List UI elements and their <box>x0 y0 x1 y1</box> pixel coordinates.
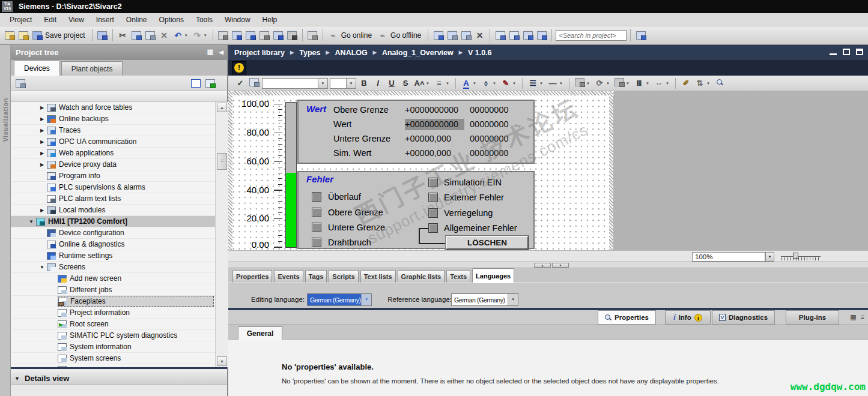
menu-window[interactable]: Window <box>219 14 256 26</box>
minimize-icon[interactable] <box>830 49 837 55</box>
wert-value2-field[interactable]: 00000000 <box>470 148 509 159</box>
save-project-icon[interactable] <box>31 29 43 41</box>
dropdown-icon[interactable]: ▼ <box>493 82 498 85</box>
expand-icon[interactable]: ▶ <box>37 139 47 145</box>
menu-help[interactable]: Help <box>256 14 284 26</box>
format-brush-button[interactable]: ✐ <box>680 79 692 88</box>
tree-item-screens[interactable]: ▼Screens <box>11 262 215 273</box>
tree-item-watch-and-force-tables[interactable]: ▶Watch and force tables <box>11 102 215 113</box>
tree-tab-devices[interactable]: Devices <box>14 61 60 76</box>
zoom-slider[interactable] <box>781 256 821 257</box>
paste-format-icon[interactable] <box>248 78 260 88</box>
dropdown-icon[interactable]: ▼ <box>508 294 518 305</box>
wert-value2-field[interactable]: 00000000 <box>470 119 509 130</box>
strikethrough-button[interactable]: S <box>399 79 411 88</box>
breadcrumb-segment[interactable]: Project library <box>234 49 285 57</box>
font-color-button[interactable]: A <box>460 79 472 88</box>
go-online-plug-icon[interactable]: ⌁ <box>327 29 339 41</box>
checkbox--berlauf[interactable] <box>312 192 321 202</box>
breadcrumb-segment[interactable]: Types <box>299 49 320 57</box>
order-button[interactable]: ⇅ <box>694 79 706 88</box>
dropdown-icon[interactable]: ▼ <box>204 34 209 37</box>
expand-icon[interactable]: ▶ <box>37 208 47 213</box>
checkbox-obere-grenze[interactable] <box>312 208 321 217</box>
tree-item-online-diagnostics[interactable]: Online & diagnostics <box>11 239 215 250</box>
tree-item-simatic-plc-system-diagnostics[interactable]: SIMATIC PLC system diagnostics <box>11 330 215 341</box>
scroll-thumb[interactable]: ≡ <box>217 153 227 170</box>
details-view-header[interactable]: ▼ Details view <box>11 372 227 385</box>
print-icon[interactable] <box>96 29 109 41</box>
tree-item-program-info[interactable]: Program info <box>11 170 215 182</box>
scroll-down-icon[interactable]: ▼ <box>217 356 227 366</box>
tree-item-web-applications[interactable]: ▶Web applications <box>11 148 215 159</box>
breadcrumb-segment[interactable]: V 1.0.6 <box>468 49 492 57</box>
tab-text-lists[interactable]: Text lists <box>360 270 396 283</box>
list-view-icon[interactable] <box>191 79 201 88</box>
redo-icon[interactable]: ↷ <box>191 29 204 41</box>
dropdown-icon[interactable]: ▼ <box>473 82 478 85</box>
search-input[interactable] <box>556 30 627 41</box>
apply-icon[interactable]: ✓ <box>234 79 246 88</box>
scroll-up-icon[interactable]: ▲ <box>217 103 227 112</box>
wert-value-field[interactable]: +00000,000 <box>405 148 464 159</box>
dropdown-icon[interactable]: ▼ <box>559 82 565 85</box>
tab-texts[interactable]: Texts <box>446 270 470 283</box>
layer-button[interactable] <box>574 78 586 88</box>
copy-icon[interactable] <box>130 29 143 41</box>
window-x-icon[interactable] <box>535 29 548 41</box>
download-to-device-icon[interactable] <box>231 29 243 41</box>
window-split2-icon[interactable] <box>460 29 472 41</box>
dropdown-icon[interactable]: ▼ <box>539 82 545 85</box>
expand-icon[interactable]: ▶ <box>37 116 47 122</box>
wert-value2-field[interactable]: 00000000 <box>470 104 509 116</box>
tree-item-different-jobs[interactable]: Different jobs <box>11 284 215 296</box>
collapse-panel-icon[interactable]: ▥ <box>207 48 213 56</box>
vertical-split-icon[interactable] <box>508 29 520 41</box>
tree-settings-icon[interactable] <box>16 79 25 88</box>
wert-value-field[interactable]: +0000000000 <box>405 104 464 116</box>
checkbox-drahtbruch[interactable] <box>312 238 321 247</box>
tree-item-device-proxy-data[interactable]: ▶Device proxy data <box>11 159 215 170</box>
menu-edit[interactable]: Edit <box>38 14 62 26</box>
tab-events[interactable]: Events <box>274 270 303 283</box>
expand-icon[interactable]: ▶ <box>37 105 47 110</box>
tree-item-project-information[interactable]: Project information <box>11 307 215 319</box>
window-check-icon[interactable] <box>521 29 534 41</box>
tree-item-opc-ua-communication[interactable]: ▶OPC UA communication <box>11 136 215 148</box>
tree-item-online-backups[interactable]: ▶Online backups <box>11 113 215 125</box>
breadcrumb-segment[interactable]: Analog_1_Overview <box>382 49 454 57</box>
window-split-icon[interactable] <box>446 29 458 41</box>
dropdown-icon[interactable]: ▼ <box>666 82 671 85</box>
tree-item-device-configuration[interactable]: Device configuration <box>11 227 215 239</box>
dropdown-icon[interactable]: ▼ <box>361 294 371 305</box>
checkbox-allgemeiner-fehler[interactable] <box>428 223 438 233</box>
tab-graphic-lists[interactable]: Graphic lists <box>398 270 445 283</box>
tree-item-system-information[interactable]: System information <box>11 341 215 353</box>
loeschen-button[interactable]: LÖSCHEN <box>446 236 529 250</box>
checkbox-externer-fehler[interactable] <box>428 193 438 202</box>
go-online-button[interactable]: Go online <box>341 31 375 40</box>
font-size-select[interactable]: ▼ <box>330 78 356 89</box>
fill-color-button[interactable]: ⬨ <box>480 79 492 88</box>
dropdown-icon[interactable]: ▼ <box>706 82 712 85</box>
underline-button[interactable]: U <box>386 79 398 88</box>
menu-options[interactable]: Options <box>153 14 190 26</box>
zoom-level-field[interactable]: 100% <box>692 252 765 262</box>
new-project-icon[interactable] <box>3 29 16 41</box>
tab-languages[interactable]: Languages <box>472 268 514 283</box>
expand-icon[interactable]: ▼ <box>37 265 47 270</box>
restore-icon[interactable] <box>843 49 850 55</box>
horizontal-split-icon[interactable] <box>494 29 506 41</box>
visualization-vertical-tab[interactable]: Visualization <box>2 98 9 142</box>
cross-icon[interactable]: ✕ <box>473 29 486 41</box>
pen-color-button[interactable]: ✎ <box>500 79 512 88</box>
hide-panel-icon[interactable]: ◀ <box>219 49 223 55</box>
expand-icon[interactable]: ▼ <box>26 219 36 224</box>
tree-item-system-screens[interactable]: System screens <box>11 353 215 364</box>
dropdown-icon[interactable]: ▼ <box>184 34 190 37</box>
checkbox-untere-grenze[interactable] <box>312 223 321 232</box>
tree-item-add-new-screen[interactable]: Add new screen <box>11 273 215 284</box>
wert-value-field[interactable]: +00000,000 <box>405 133 464 145</box>
tree-item-local-modules[interactable]: ▶Local modules <box>11 205 215 216</box>
menu-online[interactable]: Online <box>120 14 153 26</box>
